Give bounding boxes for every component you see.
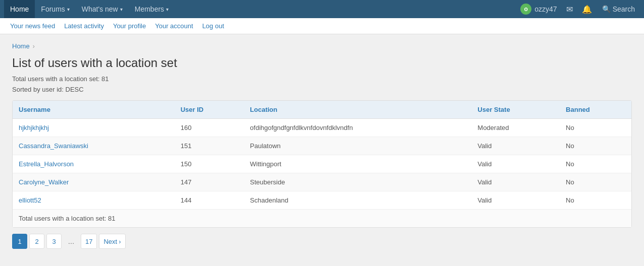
username-link[interactable]: Cassandra_Swaniawski [19, 142, 88, 150]
cell-userstate: Valid [471, 191, 560, 210]
subnav-your-profile[interactable]: Your profile [109, 18, 150, 34]
page-btn-3[interactable]: 3 [46, 234, 62, 249]
sort-info: Sorted by user id: DESC [12, 86, 632, 93]
whats-new-dropdown-arrow: ▾ [120, 7, 123, 12]
user-avatar-badge: o [520, 4, 531, 15]
col-banned: Banned [560, 101, 631, 119]
cell-banned: No [560, 155, 631, 173]
cell-userstate: Valid [471, 137, 560, 155]
table-row: Cassandra_Swaniawski 151 Paulatown Valid… [13, 137, 631, 155]
page-btn-17[interactable]: 17 [81, 234, 97, 249]
top-navigation: Home Forums ▾ What's new ▾ Members ▾ o o… [0, 0, 644, 18]
col-username: Username [13, 101, 175, 119]
cell-banned: No [560, 137, 631, 155]
page-title: List of users with a location set [12, 56, 632, 70]
page-btn-1[interactable]: 1 [12, 234, 27, 249]
cell-userstate: Moderated [471, 119, 560, 137]
username-link[interactable]: elliott52 [19, 196, 41, 204]
next-button[interactable]: Next › [99, 234, 125, 249]
cell-username: hjkhjkhjkhj [13, 119, 175, 137]
user-initial: o [524, 6, 528, 13]
breadcrumb-home[interactable]: Home [12, 42, 30, 50]
search-label: Search [613, 5, 635, 13]
cell-banned: No [560, 173, 631, 191]
top-nav-right: o ozzy47 ✉ 🔔 🔍 Search [520, 0, 640, 18]
total-users-info: Total users with a location set: 81 [12, 75, 632, 83]
pagination: 1 2 3 … 17 Next › [12, 234, 632, 249]
cell-location: Schadenland [244, 191, 471, 210]
subnav-news-feed[interactable]: Your news feed [6, 18, 59, 34]
cell-userid: 147 [175, 173, 244, 191]
cell-userstate: Valid [471, 155, 560, 173]
col-location: Location [244, 101, 471, 119]
cell-banned: No [560, 119, 631, 137]
nav-members[interactable]: Members ▾ [129, 0, 175, 18]
cell-username: Cassandra_Swaniawski [13, 137, 175, 155]
username-label: ozzy47 [534, 5, 557, 13]
cell-userid: 160 [175, 119, 244, 137]
cell-username: elliott52 [13, 191, 175, 210]
cell-userid: 144 [175, 191, 244, 210]
cell-userid: 151 [175, 137, 244, 155]
cell-userid: 150 [175, 155, 244, 173]
page-btn-2[interactable]: 2 [29, 234, 44, 249]
nav-members-label: Members [135, 5, 164, 13]
table-body: hjkhjkhjkhj 160 ofdihgofgndfgnfdlkvnfdov… [13, 119, 631, 210]
cell-banned: No [560, 191, 631, 210]
nav-whats-new[interactable]: What's new ▾ [76, 0, 129, 18]
username-link[interactable]: Estrella_Halvorson [19, 160, 74, 168]
users-table-wrapper: Username User ID Location User State Ban… [12, 100, 632, 228]
username-link[interactable]: Carolyne_Walker [19, 178, 69, 186]
main-content: Home › List of users with a location set… [0, 34, 644, 266]
subnav-your-account[interactable]: Your account [151, 18, 197, 34]
username-link[interactable]: hjkhjkhjkhj [19, 124, 49, 131]
cell-userstate: Valid [471, 173, 560, 191]
next-label: Next [103, 238, 117, 245]
table-header: Username User ID Location User State Ban… [13, 101, 631, 119]
breadcrumb-separator: › [33, 43, 35, 50]
cell-location: ofdihgofgndfgnfdlkvnfdovnfdklvndfn [244, 119, 471, 137]
subnav-log-out[interactable]: Log out [198, 18, 228, 34]
table-row: elliott52 144 Schadenland Valid No [13, 191, 631, 210]
nav-home[interactable]: Home [4, 0, 35, 18]
users-table: Username User ID Location User State Ban… [13, 101, 631, 209]
search-icon: 🔍 [602, 5, 611, 13]
forums-dropdown-arrow: ▾ [67, 7, 70, 12]
subnav-latest-activity[interactable]: Latest activity [60, 18, 108, 34]
page-ellipsis: … [64, 234, 79, 249]
table-row: Estrella_Halvorson 150 Wittingport Valid… [13, 155, 631, 173]
search-button[interactable]: 🔍 Search [597, 0, 640, 18]
sub-navigation: Your news feed Latest activity Your prof… [0, 18, 644, 34]
cell-username: Estrella_Halvorson [13, 155, 175, 173]
next-arrow-icon: › [119, 238, 121, 245]
table-row: hjkhjkhjkhj 160 ofdihgofgndfgnfdlkvnfdov… [13, 119, 631, 137]
nav-forums[interactable]: Forums ▾ [35, 0, 75, 18]
cell-location: Paulatown [244, 137, 471, 155]
table-footer: Total users with a location set: 81 [13, 209, 631, 227]
col-userid: User ID [175, 101, 244, 119]
messages-icon[interactable]: ✉ [562, 0, 577, 18]
breadcrumb: Home › [12, 42, 632, 50]
cell-username: Carolyne_Walker [13, 173, 175, 191]
nav-whats-new-label: What's new [82, 5, 118, 13]
cell-location: Wittingport [244, 155, 471, 173]
notifications-icon[interactable]: 🔔 [578, 0, 596, 18]
table-row: Carolyne_Walker 147 Steuberside Valid No [13, 173, 631, 191]
nav-home-label: Home [10, 5, 29, 13]
members-dropdown-arrow: ▾ [166, 7, 169, 12]
cell-location: Steuberside [244, 173, 471, 191]
col-userstate: User State [471, 101, 560, 119]
nav-forums-label: Forums [41, 5, 65, 13]
